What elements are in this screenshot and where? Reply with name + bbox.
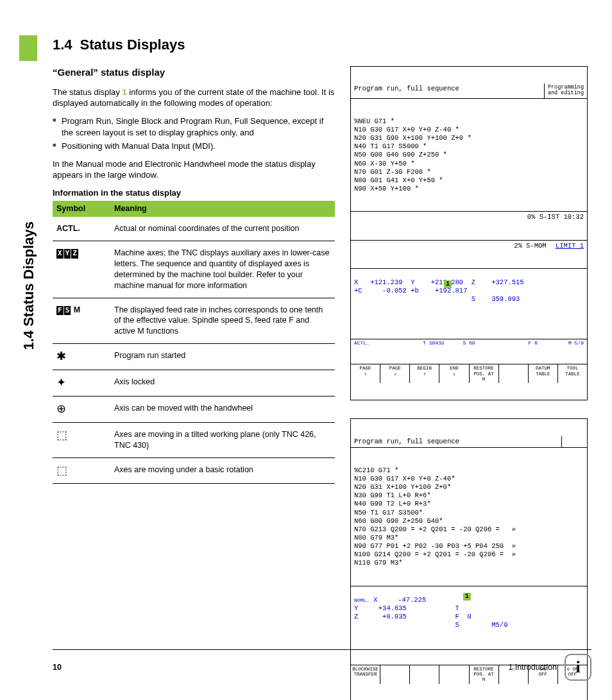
symbol-actl: ACTL.: [53, 217, 110, 241]
symbol-star-icon: ✱: [53, 344, 110, 370]
meaning: Axes are moving under a basic rotation: [110, 457, 335, 484]
meaning: The displayed feed rate in inches corres…: [110, 298, 335, 344]
symbol-fsm: FS M: [53, 298, 110, 344]
table-caption: Information in the status display: [53, 187, 335, 199]
screen1-status2a: 2% S-MOM: [514, 242, 550, 250]
callout-marker-1: 1: [444, 280, 452, 288]
symbol-lock-icon: ✦: [53, 370, 110, 397]
softkey[interactable]: PAGE ⇓: [380, 364, 410, 383]
info-icon: i: [565, 654, 591, 681]
table-row: ⬚ Axes are moving in a tilted working pl…: [53, 422, 335, 457]
symbol-xyz: XYZ: [53, 241, 110, 298]
screen1-small-status: ACTL. T 30438 S 60 F 0 M 5/9: [351, 339, 587, 347]
page-footer: 10 1 Introduction i: [53, 649, 591, 681]
screen2-code: %C210 G71 * N10 G30 G17 X+0 Y+0 Z-40* N2…: [351, 465, 587, 569]
softkey[interactable]: BEGIN ⇑: [410, 364, 439, 383]
softkey[interactable]: END ⇓: [439, 364, 469, 383]
col-meaning: Meaning: [110, 201, 335, 217]
softkey[interactable]: TOOL TABLE: [558, 364, 587, 383]
side-tab: 1.4 Status Displays: [19, 35, 37, 61]
screen2-title: Program run, full sequence: [351, 436, 561, 447]
meaning: Axis locked: [110, 370, 335, 397]
screen2-position: NOML. X -47.225 Y +34.635 T Z +8.835 F 0…: [351, 586, 587, 648]
screen1-softkeys: PAGE ⇑ PAGE ⇓ BEGIN ⇑ END ⇓ RESTORE POS.…: [351, 364, 587, 383]
heading-number: 1.4: [53, 37, 72, 53]
status-table: Symbol Meaning ACTL. Actual or nominal c…: [53, 201, 335, 484]
subheading: “General” status display: [53, 66, 335, 79]
table-row: ⊕ Axis can be moved with the handwheel: [53, 396, 335, 422]
table-row: ✦ Axis locked: [53, 370, 335, 397]
meaning: Machine axes; the TNC displays auxiliary…: [110, 241, 335, 298]
screen2-side: [561, 436, 587, 447]
highlight-1: 1: [122, 87, 126, 97]
side-tab-label: 1.4 Status Displays: [19, 221, 38, 350]
callout-marker-1b: 1: [463, 593, 471, 601]
screen1-status2b: LIMIT 1: [556, 242, 584, 250]
screen1-title: Program run, full sequence: [351, 83, 544, 98]
screen1-status1: 0% S-IST 10:32: [527, 213, 584, 221]
list-item: Program Run, Single Block and Program Ru…: [53, 115, 335, 138]
tab-accent: [19, 35, 37, 61]
screen1-code: %NEU G71 * N10 G30 G17 X+0 Y+0 Z-40 * N2…: [351, 115, 587, 194]
table-row: XYZ Machine axes; the TNC displays auxil…: [53, 241, 335, 298]
table-row: FS M The displayed feed rate in inches c…: [53, 298, 335, 344]
right-column: Program run, full sequence Programming a…: [350, 66, 588, 700]
table-row: ACTL. Actual or nominal coordinates of t…: [53, 217, 335, 241]
meaning: Axis can be moved with the handwheel: [110, 396, 335, 422]
page-title: 1.4Status Displays: [53, 35, 591, 55]
cnc-screen-1: Program run, full sequence Programming a…: [350, 66, 588, 401]
heading-text: Status Displays: [80, 37, 185, 53]
screen1-position: X +121.239 Y +211.280 Z +327.515 +C -0.0…: [351, 268, 587, 322]
page-content: 1.4Status Displays “General” status disp…: [53, 35, 591, 700]
meaning: Actual or nominal coordinates of the cur…: [110, 217, 335, 241]
intro-paragraph-2: In the Manual mode and Electronic Handwh…: [53, 158, 335, 181]
mode-list: Program Run, Single Block and Program Ru…: [53, 115, 335, 152]
table-row: ⬚ Axes are moving under a basic rotation: [53, 457, 335, 484]
softkey[interactable]: RESTORE POS. AT N: [470, 364, 499, 383]
table-row: ✱ Program run started: [53, 344, 335, 370]
intro-paragraph-1: The status display 1 informs you of the …: [53, 87, 335, 109]
softkey[interactable]: [499, 364, 529, 383]
meaning: Axes are moving in a tilted working plan…: [110, 422, 335, 457]
col-symbol: Symbol: [53, 201, 110, 217]
softkey[interactable]: DATUM TABLE: [529, 364, 558, 383]
left-column: “General” status display The status disp…: [53, 66, 335, 700]
meaning: Program run started: [110, 344, 335, 370]
list-item: Positioning with Manual Data Input (MDI)…: [53, 141, 335, 152]
softkey[interactable]: PAGE ⇑: [351, 364, 380, 383]
symbol-tilt-icon: ⬚: [53, 422, 110, 457]
symbol-handwheel-icon: ⊕: [53, 396, 110, 422]
page-number: 10: [53, 662, 62, 673]
screen1-side-mode: Programming and editing: [544, 83, 587, 98]
chapter-label: 1 Introduction: [508, 662, 557, 673]
symbol-rotation-icon: ⬚: [53, 457, 110, 484]
